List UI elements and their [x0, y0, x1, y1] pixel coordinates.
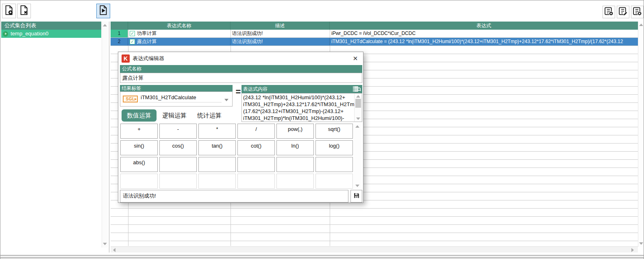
- chevron-down-icon[interactable]: [224, 99, 228, 101]
- expr-line: (17.62*(243.12+iTM301_H2Tmp)-(243.12+: [243, 108, 353, 115]
- operator-button[interactable]: -: [159, 124, 197, 139]
- expression-editor-dialog: K 表达式编辑器 ✕ 公式名称 露点计算 结果标签 SGL iTM301_H2T…: [118, 52, 363, 203]
- list-add-icon: [604, 6, 614, 18]
- checkbox-checked-icon[interactable]: ✓: [130, 31, 135, 36]
- document-delete-icon: [19, 5, 29, 17]
- expression-desc-cell: 语法识别成功!: [231, 30, 330, 37]
- new-formula-set-button[interactable]: [2, 4, 16, 18]
- column-header-expr: 表达式: [330, 22, 638, 30]
- scroll-down-icon[interactable]: [356, 118, 360, 120]
- sidebar-scrollbar[interactable]: [102, 22, 108, 248]
- operator-button-empty: [237, 157, 275, 172]
- save-button[interactable]: [350, 190, 362, 202]
- scroll-down-icon[interactable]: [103, 243, 107, 245]
- table-vertical-scrollbar[interactable]: [638, 22, 644, 247]
- operator-button[interactable]: abs(): [120, 157, 158, 172]
- scroll-up-icon[interactable]: [103, 24, 107, 26]
- close-icon[interactable]: ✕: [350, 54, 361, 63]
- sgl-type-badge: SGL: [123, 96, 138, 102]
- operator-button[interactable]: tan(): [198, 140, 236, 155]
- expression-name-cell: ✓ 功率计算: [128, 30, 231, 37]
- operator-button[interactable]: +: [120, 124, 158, 139]
- result-label-dropdown[interactable]: SGL iTM301_H2TdCalculate: [120, 91, 233, 107]
- operator-button[interactable]: cot(): [237, 140, 275, 155]
- expression-content-textarea[interactable]: (243.12 *ln(iTM301_H2Humi/100)*(243.12+ …: [242, 93, 362, 122]
- scroll-up-icon[interactable]: [639, 24, 643, 26]
- textarea-scrollbar[interactable]: [354, 94, 362, 122]
- delete-formula-set-button[interactable]: [17, 4, 31, 18]
- window-bottom-line: [0, 257, 644, 258]
- list-edit-icon: [618, 6, 628, 18]
- scroll-up-icon[interactable]: [355, 125, 359, 128]
- expression-desc-cell: 语法识别成功!: [231, 38, 330, 46]
- scroll-down-icon[interactable]: [639, 242, 643, 245]
- result-label-header: 结果标签: [120, 85, 233, 91]
- delete-expression-button[interactable]: [631, 6, 644, 18]
- scroll-left-icon[interactable]: [113, 248, 115, 252]
- formula-name-label: 公式名称: [120, 65, 362, 73]
- scroll-right-icon[interactable]: [631, 248, 634, 252]
- expression-name-cell: ✓ 露点计算: [128, 38, 231, 46]
- table-horizontal-scrollbar[interactable]: [111, 246, 638, 252]
- operator-button[interactable]: /: [237, 124, 275, 139]
- operator-button-empty: [159, 157, 197, 172]
- expr-line: iTM301_H2Tmp)*ln(iTM301_H2Humi/100)-: [243, 115, 353, 122]
- sidebar-item-temp-equation0[interactable]: temp_equation0: [1, 30, 101, 38]
- panel-divider: [109, 22, 109, 252]
- expression-formula-cell: iPwr_DCDC = iVol_DCDC*iCur_DCDC: [330, 30, 638, 37]
- table-row[interactable]: 1 ✓ 功率计算 语法识别成功! iPwr_DCDC = iVol_DCDC*i…: [111, 30, 638, 38]
- operator-button-empty: [276, 174, 314, 189]
- expression-formula-cell: iTM301_H2TdCalculate = (243.12 *ln(iTM30…: [330, 38, 638, 46]
- result-label-value: iTM301_H2TdCalculate: [141, 94, 196, 100]
- operator-button[interactable]: *: [198, 124, 236, 139]
- expression-name: 露点计算: [137, 38, 157, 46]
- scrollbar-thumb[interactable]: [355, 99, 361, 108]
- table-header-row: 表达式名称 描述 表达式: [111, 22, 638, 30]
- run-formula-set-button[interactable]: [96, 4, 110, 18]
- dialog-titlebar[interactable]: K 表达式编辑器: [118, 52, 363, 65]
- tab-numeric-ops[interactable]: 数值运算: [122, 109, 157, 122]
- scroll-up-icon[interactable]: [356, 95, 360, 98]
- list-delete-icon: [632, 6, 642, 18]
- expr-line: (243.12 *ln(iTM301_H2Humi/100)*(243.12+: [243, 94, 353, 101]
- operator-button-empty: [159, 174, 197, 189]
- combo-underline: [139, 102, 222, 102]
- play-circle-icon: [3, 31, 8, 37]
- operator-button-empty: [120, 174, 158, 189]
- expression-content-text: (243.12 *ln(iTM301_H2Humi/100)*(243.12+ …: [243, 94, 353, 122]
- document-add-icon: [4, 5, 14, 17]
- operator-button-empty: [198, 157, 236, 172]
- add-expression-button[interactable]: [603, 6, 615, 18]
- row-index: 1: [111, 30, 128, 37]
- expression-name: 功率计算: [137, 30, 157, 37]
- syntax-status-text: 语法识别成功!: [120, 190, 348, 202]
- window-bottom-line: [0, 255, 644, 256]
- operator-button[interactable]: ln(): [276, 140, 314, 155]
- tab-logic-ops[interactable]: 逻辑运算: [160, 109, 189, 122]
- operator-grid-scrollbar[interactable]: [354, 124, 361, 189]
- formula-name-input[interactable]: 露点计算: [120, 73, 362, 83]
- document-run-icon: [98, 5, 109, 17]
- operator-button[interactable]: log(): [315, 140, 353, 155]
- operator-button[interactable]: cos(): [159, 140, 197, 155]
- column-header-index: [111, 22, 128, 30]
- app-window: 公式集合列表 temp_equation0 表达式名称 描述 表达式 1 ✓ 功…: [0, 0, 644, 259]
- table-row-selected[interactable]: 2 ✓ 露点计算 语法识别成功! iTM301_H2TdCalculate = …: [111, 38, 638, 46]
- operator-button-empty: [237, 174, 275, 189]
- column-header-desc: 描述: [231, 22, 330, 30]
- operator-button-empty: [198, 174, 236, 189]
- tab-stat-ops[interactable]: 统计运算: [195, 109, 224, 122]
- operator-button-empty: [315, 174, 353, 189]
- operator-button-empty: [315, 157, 353, 172]
- scroll-down-icon[interactable]: [355, 185, 359, 187]
- operator-button[interactable]: sqrt(): [315, 124, 353, 139]
- sidebar-item-label: temp_equation0: [11, 30, 48, 38]
- operator-button[interactable]: sin(): [120, 140, 158, 155]
- checkbox-checked-icon[interactable]: ✓: [130, 39, 135, 44]
- column-header-name: 表达式名称: [128, 22, 231, 30]
- edit-expression-button[interactable]: [617, 6, 629, 18]
- app-logo-icon: K: [122, 54, 130, 63]
- expression-content-title: 表达式内容: [243, 86, 268, 92]
- formula-set-list-header: 公式集合列表: [1, 22, 101, 30]
- operator-button[interactable]: pow(,): [276, 124, 314, 139]
